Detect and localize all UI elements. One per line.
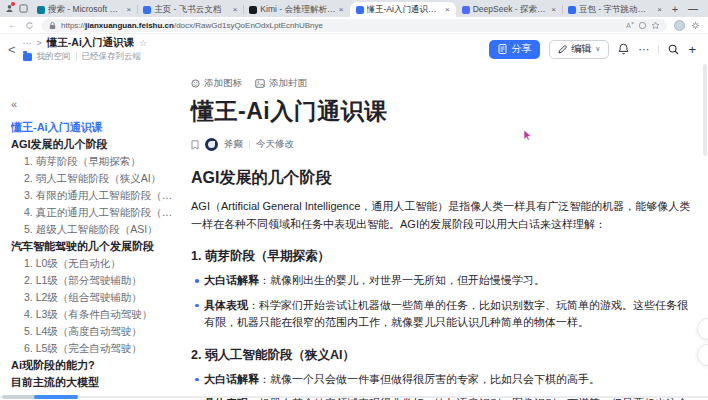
minimize-button[interactable]: —: [682, 3, 704, 14]
page-scrollbar[interactable]: [703, 64, 707, 156]
outline-item[interactable]: AGI发展的几个阶段: [11, 136, 180, 153]
outline-item[interactable]: 3. 有限的通用人工智能阶段（有限A...: [11, 187, 180, 204]
edit-caret-icon: ∨: [595, 45, 600, 53]
doc-back-icon[interactable]: <: [8, 42, 16, 57]
bullet-text: ：就像刚出生的婴儿，对世界一无所知，但开始慢慢学习。: [259, 274, 545, 286]
author-name[interactable]: 斧癫: [224, 138, 243, 151]
video-progress-track[interactable]: [0, 396, 708, 398]
back-icon[interactable]: ←: [8, 20, 18, 30]
add-icon-button[interactable]: 添加图标: [191, 77, 242, 90]
doc-meta-row: 斧癫 今天修改: [191, 138, 692, 151]
intro-paragraph: AGI（Artificial General Intelligence，通用人工…: [191, 198, 692, 233]
breadcrumb-more-icon[interactable]: ⋯: [23, 38, 32, 48]
create-new-icon[interactable]: +: [688, 43, 696, 56]
bullet-item: 大白话解释：就像一个只会做一件事但做得很厉害的专家，比如只会下棋的高手。: [191, 371, 692, 389]
tab-title: Kimi - 会推理解析，能深度思考...: [260, 4, 336, 16]
bookmark-star-icon[interactable]: [651, 21, 660, 30]
outline-item[interactable]: 汽车智能驾驶的几个发展阶段: [11, 238, 180, 255]
browser-avatar[interactable]: [674, 20, 685, 31]
tab-close-icon[interactable]: ×: [127, 6, 132, 14]
tab-title: DeepSeek - 探索未至之境: [473, 4, 549, 16]
add-cover-button[interactable]: 添加封面: [255, 77, 307, 90]
tab-close-icon[interactable]: ×: [233, 6, 238, 14]
outline-item[interactable]: 4. 真正的通用人工智能阶段（完全A...: [11, 204, 180, 221]
doc-decor-row: 添加图标 添加封面: [191, 77, 692, 90]
tab-close-icon[interactable]: ×: [551, 6, 556, 14]
read-aloud-icon[interactable]: [638, 21, 647, 30]
author-avatar[interactable]: [205, 138, 218, 151]
doubao-favicon-icon: [568, 6, 576, 14]
refresh-icon[interactable]: [25, 21, 34, 30]
browser-profile-icon[interactable]: [3, 2, 15, 15]
browser-tab[interactable]: Kimi - 会推理解析，能深度思考...×: [243, 2, 349, 17]
bullet-list: 大白话解释：就像刚出生的婴儿，对世界一无所知，但开始慢慢学习。具体表现：科学家们…: [191, 272, 692, 332]
bookmark-icon[interactable]: [191, 140, 199, 150]
tab-title: 搜索 - Microsoft 必应: [48, 4, 124, 16]
video-progress-played: [34, 395, 78, 399]
settings-gear-icon[interactable]: [691, 21, 700, 30]
deepseek-favicon-icon: [462, 6, 470, 14]
collapse-sidebar-icon[interactable]: «: [11, 98, 180, 110]
tab-title: 豆包 - 字节跳动旗下 AI 智能助手: [579, 4, 655, 16]
bullet-text: ：就像一个只会做一件事但做得很厉害的专家，比如只会下棋的高手。: [259, 373, 600, 385]
header-more-icon[interactable]: ⋯: [638, 44, 649, 55]
bullet-lead: 大白话解释: [204, 274, 259, 286]
browser-tab[interactable]: 豆包 - 字节跳动旗下 AI 智能助手×: [562, 2, 668, 17]
tab-close-icon[interactable]: ×: [445, 6, 450, 14]
outline-list: 懂王-Ai入门通识课AGI发展的几个阶段1. 萌芽阶段（早期探索）2. 弱人工智…: [11, 119, 180, 391]
tab-strip: 搜索 - Microsoft 必应×主页 - 飞书云文档×Kimi - 会推理解…: [0, 0, 708, 17]
content-sections: 1. 萌芽阶段（早期探索）大白话解释：就像刚出生的婴儿，对世界一无所知，但开始慢…: [191, 248, 692, 400]
browser-window: 搜索 - Microsoft 必应×主页 - 飞书云文档×Kimi - 会推理解…: [0, 0, 708, 400]
translate-icon[interactable]: A: [625, 21, 634, 30]
edit-button[interactable]: 编辑 ∨: [549, 40, 609, 59]
outline-item[interactable]: 2. 弱人工智能阶段（狭义AI）: [11, 170, 180, 187]
doc-content: 添加图标 添加封面 懂王-Ai入门通识课 斧癫 今天修改 AGI发展的几个阶段 …: [186, 64, 708, 400]
notification-dot: [11, 2, 15, 6]
search-icon[interactable]: [668, 44, 679, 55]
outline-sidebar: « 懂王-Ai入门通识课AGI发展的几个阶段1. 萌芽阶段（早期探索）2. 弱人…: [0, 64, 186, 400]
section-title-agi: AGI发展的几个阶段: [191, 168, 692, 189]
subsection-heading: 1. 萌芽阶段（早期探索）: [191, 248, 692, 265]
outline-item[interactable]: 2. L1级（部分驾驶辅助）: [11, 272, 180, 289]
feishu-favicon-icon: [356, 6, 364, 14]
outline-item[interactable]: 5. 超级人工智能阶段（ASI）: [11, 221, 180, 238]
outline-item[interactable]: 5. L4级（高度自动驾驶）: [11, 323, 180, 340]
divider: [249, 140, 250, 149]
browser-tab[interactable]: 主页 - 飞书云文档×: [137, 2, 243, 17]
outline-item[interactable]: 1. 萌芽阶段（早期探索）: [11, 153, 180, 170]
browser-tab[interactable]: DeepSeek - 探索未至之境×: [456, 2, 562, 17]
share-button[interactable]: 分享: [489, 40, 540, 59]
divider: [76, 52, 77, 61]
outline-item[interactable]: 4. L3级（有条件自动驾驶）: [11, 306, 180, 323]
tab-close-icon[interactable]: ×: [657, 6, 662, 14]
tab-title: 懂王-Ai入门通识课 - 飞书云文档: [367, 4, 443, 16]
outline-item[interactable]: Ai现阶段的能力?: [11, 357, 180, 374]
url-box[interactable]: https://jianxuanguan.feishu.cn/docx/RawG…: [41, 19, 667, 32]
lock-icon: [48, 21, 57, 30]
tab-search-icon[interactable]: [17, 2, 29, 15]
outline-item[interactable]: 3. L2级（组合驾驶辅助）: [11, 289, 180, 306]
browser-tab[interactable]: 懂王-Ai入门通识课 - 飞书云文档×: [350, 2, 456, 17]
outline-item[interactable]: 懂王-Ai入门通识课: [11, 119, 180, 136]
outline-item[interactable]: 6. L5级（完全自动驾驶）: [11, 340, 180, 357]
outline-item[interactable]: 目前主流的大模型: [11, 374, 180, 391]
doc-header-actions: 分享 编辑 ∨ ⋯ +: [489, 40, 696, 59]
bullet-item: 具体表现：科学家们开始尝试让机器做一些简单的任务，比如识别数字、玩简单的游戏。这…: [191, 297, 692, 332]
new-tab-button[interactable]: +: [668, 3, 682, 15]
browser-tab[interactable]: 搜索 - Microsoft 必应×: [31, 2, 137, 17]
modified-time: 今天修改: [256, 138, 294, 151]
bing-favicon-icon: [37, 6, 45, 14]
url-text: https://jianxuanguan.feishu.cn/docx/RawG…: [61, 21, 323, 30]
feishu-favicon-icon: [143, 6, 151, 14]
space-folder-icon: [23, 53, 32, 61]
kimi-favicon-icon: [249, 6, 257, 14]
tab-close-icon[interactable]: ×: [339, 6, 344, 14]
space-label[interactable]: 我的空间: [37, 51, 71, 63]
notification-bell-icon[interactable]: [618, 43, 629, 55]
favorite-star-icon[interactable]: ☆: [139, 38, 147, 48]
address-bar: ← https://jianxuanguan.feishu.cn/docx/Ra…: [0, 17, 708, 34]
mouse-cursor: [523, 129, 532, 141]
outline-item[interactable]: 1. L0级（无自动化）: [11, 255, 180, 272]
bullet-lead: 具体表现: [204, 299, 248, 311]
svg-text:A: A: [626, 21, 631, 30]
